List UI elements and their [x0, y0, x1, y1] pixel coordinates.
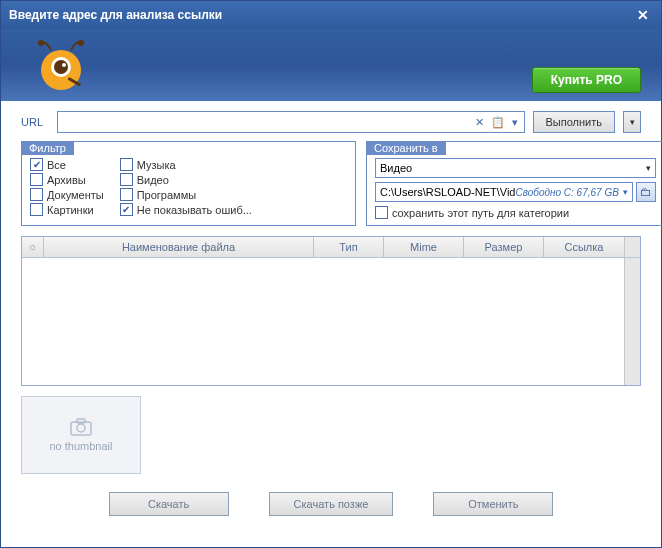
svg-point-2 [54, 60, 68, 74]
window-title: Введите адрес для анализа ссылки [9, 8, 633, 22]
thumbnail-label: no thumbnail [50, 440, 113, 452]
logo-mascot [31, 35, 91, 95]
save-legend: Сохранить в [366, 141, 446, 155]
category-select[interactable]: Видео ▾ [375, 158, 656, 178]
buy-pro-button[interactable]: Купить PRO [532, 67, 641, 93]
cancel-button[interactable]: Отменить [433, 492, 553, 516]
table-header: ○ Наименование файла Тип Mime Размер Ссы… [22, 237, 640, 258]
checkbox-icon [120, 158, 133, 171]
scrollbar[interactable] [624, 258, 640, 385]
url-label: URL [21, 116, 49, 128]
checkbox-icon [30, 173, 43, 186]
col-filename[interactable]: Наименование файла [44, 237, 314, 257]
scrollbar[interactable] [624, 237, 640, 257]
col-link[interactable]: Ссылка [544, 237, 624, 257]
download-button[interactable]: Скачать [109, 492, 229, 516]
close-icon[interactable]: ✕ [633, 5, 653, 25]
filter-video[interactable]: Видео [120, 173, 252, 186]
url-input[interactable] [62, 116, 473, 128]
filter-programs[interactable]: Программы [120, 188, 252, 201]
checkbox-icon [30, 188, 43, 201]
checkbox-icon: ✔ [30, 158, 43, 171]
chevron-down-icon: ▾ [646, 163, 651, 173]
filter-documents[interactable]: Документы [30, 188, 104, 201]
filter-panel: Фильтр ✔Все Архивы Документы Картинки Му… [21, 141, 356, 226]
results-table: ○ Наименование файла Тип Mime Размер Ссы… [21, 236, 641, 386]
header-band: Купить PRO [1, 29, 661, 101]
url-input-wrap: ✕ 📋 ▾ [57, 111, 525, 133]
filter-archives[interactable]: Архивы [30, 173, 104, 186]
execute-dropdown-button[interactable]: ▾ [623, 111, 641, 133]
remember-path-checkbox[interactable]: сохранить этот путь для категории [375, 206, 656, 219]
table-body [22, 258, 624, 385]
svg-point-5 [78, 40, 84, 46]
filter-legend: Фильтр [21, 141, 74, 155]
url-dropdown-icon[interactable]: ▾ [510, 116, 520, 129]
titlebar: Введите адрес для анализа ссылки ✕ [1, 1, 661, 29]
filter-all[interactable]: ✔Все [30, 158, 104, 171]
svg-point-9 [77, 424, 85, 432]
save-panel: Сохранить в Видео ▾ C:\Users\RSLOAD-NET\… [366, 141, 662, 226]
col-size[interactable]: Размер [464, 237, 544, 257]
col-type[interactable]: Тип [314, 237, 384, 257]
checkbox-icon [30, 203, 43, 216]
checkbox-icon [120, 188, 133, 201]
path-select[interactable]: C:\Users\RSLOAD-NET\Vid Свободно C: 67,6… [375, 182, 633, 202]
svg-point-3 [62, 63, 66, 67]
checkbox-icon [375, 206, 388, 219]
clear-icon[interactable]: ✕ [473, 116, 486, 129]
chevron-down-icon: ▾ [623, 187, 628, 197]
svg-rect-8 [77, 419, 85, 423]
col-select[interactable]: ○ [22, 237, 44, 257]
download-later-button[interactable]: Скачать позже [269, 492, 394, 516]
paste-icon[interactable]: 📋 [489, 116, 507, 129]
svg-point-4 [38, 40, 44, 46]
filter-images[interactable]: Картинки [30, 203, 104, 216]
checkbox-icon: ✔ [120, 203, 133, 216]
col-mime[interactable]: Mime [384, 237, 464, 257]
folder-icon: 🗀 [640, 185, 652, 199]
checkbox-icon [120, 173, 133, 186]
thumbnail-box: no thumbnail [21, 396, 141, 474]
filter-hide-errors[interactable]: ✔Не показывать ошиб... [120, 203, 252, 216]
execute-button[interactable]: Выполнить [533, 111, 615, 133]
browse-folder-button[interactable]: 🗀 [636, 182, 656, 202]
filter-music[interactable]: Музыка [120, 158, 252, 171]
camera-icon [70, 418, 92, 436]
